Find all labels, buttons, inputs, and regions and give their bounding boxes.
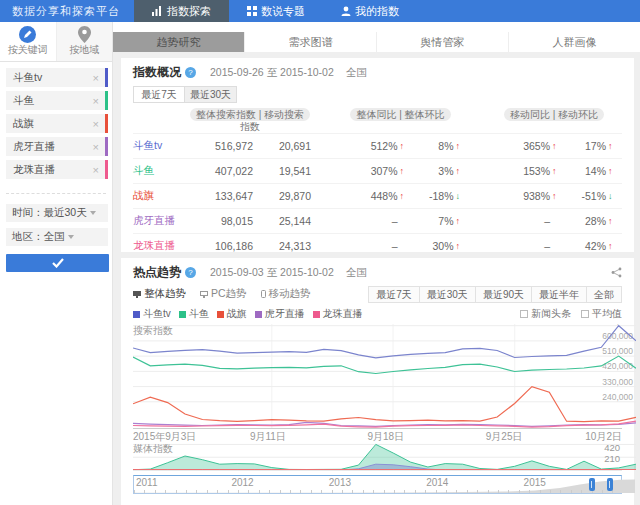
news-headline-checkbox[interactable]: 新闻头条 [520,307,571,321]
grid-icon [247,6,257,16]
overview-range-tabs: 最近7天 最近30天 [133,86,622,103]
range-half-year-button[interactable]: 最近半年 [532,286,587,303]
trend-arrow-icon: ↑ [454,141,466,151]
sidebar-tab-label: 按关键词 [0,43,56,57]
tab-mobile-trend[interactable]: 移动趋势 [261,287,311,301]
keyword-label: 斗鱼 [13,94,34,108]
app-window: 数据分享和探索平台 指数探索 数说专题 我的指数 [0,0,640,505]
close-icon[interactable]: × [93,164,99,175]
row-keyword[interactable]: 战旗 [133,189,189,203]
legend-item[interactable]: 斗鱼 [179,307,209,321]
checkbox-icon [581,310,589,318]
trend-arrow-icon: ↑ [550,191,562,201]
slider-handle-left[interactable] [589,478,595,491]
close-icon[interactable]: × [93,118,99,129]
media-tick-210: 210 [604,453,620,464]
tab-demand-graph[interactable]: 需求图谱 [245,32,377,52]
mobile-yoy: – [490,240,550,252]
monitor-icon [133,291,141,298]
keyword-item[interactable]: 虎牙直播 × [6,137,108,156]
trend-arrow-icon: ↓ [606,191,618,201]
tab-last-30-days[interactable]: 最近30天 [185,86,237,103]
legend-item[interactable]: 斗鱼tv [133,307,171,321]
mobile-search-index: 19,541 [253,165,311,177]
range-7d-button[interactable]: 最近7天 [368,286,420,303]
keyword-item[interactable]: 斗鱼 × [6,91,108,110]
tab-last-7-days[interactable]: 最近7天 [133,86,185,103]
sidebar-tab-keyword[interactable]: 按关键词 [0,22,56,61]
legend-item[interactable]: 龙珠直播 [313,307,363,321]
trend-date-range: 2015-09-03 至 2015-10-02 [210,266,334,280]
info-icon[interactable]: ? [185,267,196,278]
range-90d-button[interactable]: 最近90天 [476,286,532,303]
time-filter-label: 时间：最近30天 [12,206,87,220]
range-30d-button[interactable]: 最近30天 [420,286,476,303]
timeline-slider[interactable]: 2011 2012 2013 2014 2015 [133,475,622,494]
row-keyword[interactable]: 斗鱼 [133,164,189,178]
sidebar-tab-region[interactable]: 按地域 [56,22,113,61]
keyword-label: 龙珠直播 [13,163,55,177]
phone-icon [261,290,266,298]
share-icon[interactable] [611,267,622,278]
keyword-label: 虎牙直播 [13,140,55,154]
row-keyword[interactable]: 斗鱼tv [133,139,189,153]
overall-search-index: 106,186 [189,240,253,252]
trend-arrow-icon: ↑ [606,216,618,226]
column-header-mobile-ratio: 移动同比 | 移动环比 [504,108,604,121]
divider [6,193,106,194]
legend-swatch [313,311,320,318]
trend-arrow-icon: ↑ [606,241,618,251]
time-filter-dropdown[interactable]: 时间：最近30天 [6,204,108,222]
close-icon[interactable]: × [93,141,99,152]
region-filter-dropdown[interactable]: 地区：全国 [6,228,108,246]
overall-yoy: 307% [336,165,398,177]
row-keyword[interactable]: 虎牙直播 [133,214,189,228]
nav-index-explore[interactable]: 指数探索 [134,0,229,22]
year-label: 2013 [329,477,351,488]
range-all-button[interactable]: 全部 [587,286,622,303]
nav-my-index[interactable]: 我的指数 [323,0,417,22]
keyword-item[interactable]: 龙珠直播 × [6,160,108,179]
trend-region: 全国 [346,266,367,280]
tab-overall-trend[interactable]: 整体趋势 [133,287,186,301]
pencil-icon [0,25,56,43]
trend-arrow-icon: ↑ [454,216,466,226]
close-icon[interactable]: × [93,95,99,106]
mobile-mom: 17% [562,140,606,152]
keyword-item[interactable]: 战旗 × [6,114,108,133]
trend-arrow-icon: ↑ [454,166,466,176]
slider-handle-right[interactable] [607,478,613,491]
keyword-label: 斗鱼tv [13,71,42,85]
legend-swatch [179,311,186,318]
trend-arrow-icon: ↑ [550,141,562,151]
table-row: 虎牙直播 98,015 25,144 – 7%↑ – 28%↑ [133,208,622,233]
mobile-search-index: 25,144 [253,215,311,227]
overall-yoy: – [336,215,398,227]
overall-search-index: 516,972 [189,140,253,152]
column-header-overall-ratio: 整体同比 | 整体环比 [350,108,450,121]
tab-trend-research[interactable]: 趋势研究 [113,32,245,52]
average-checkbox[interactable]: 平均值 [581,307,622,321]
row-keyword[interactable]: 龙珠直播 [133,239,189,253]
sidebar-tabs: 按关键词 按地域 [0,22,112,62]
bar-chart-icon [152,6,163,16]
apply-button[interactable] [6,254,109,272]
tab-sentiment[interactable]: 舆情管家 [377,32,509,52]
region-filter-label: 地区：全国 [12,230,65,244]
legend-item[interactable]: 战旗 [217,307,247,321]
sidebar-tab-label: 按地域 [57,43,113,57]
table-row: 战旗 133,647 29,870 448%↑ -18%↓ 938%↑ -51%… [133,183,622,208]
tab-pc-trend[interactable]: PC趋势 [200,287,247,301]
year-label: 2012 [231,477,253,488]
close-icon[interactable]: × [93,72,99,83]
overall-mom: 8% [410,140,454,152]
legend-item[interactable]: 虎牙直播 [255,307,305,321]
info-icon[interactable]: ? [185,67,196,78]
keyword-item[interactable]: 斗鱼tv × [6,68,108,87]
keyword-label: 战旗 [13,117,34,131]
year-label: 2014 [426,477,448,488]
timeline-ticks [134,490,621,493]
nav-data-topics[interactable]: 数说专题 [229,0,323,22]
index-overview-card: 指数概况 ? 2015-09-26 至 2015-10-02 全国 最近7天 最… [121,58,634,252]
tab-audience[interactable]: 人群画像 [509,32,640,52]
